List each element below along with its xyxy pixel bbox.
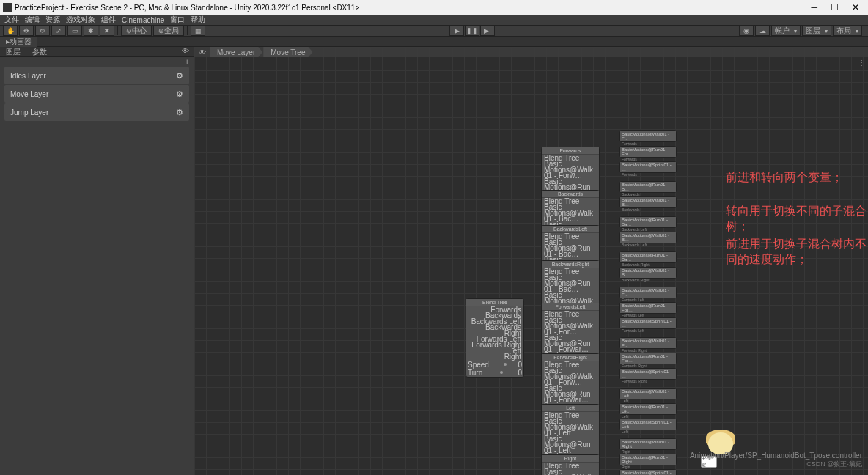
layer-idles[interactable]: Idles Layer⚙ [4,67,189,84]
window-title: PracticeProject - Exercise Scene 2 - PC,… [15,4,359,12]
minimize-button[interactable]: ─ [811,2,817,12]
node-motion-clip[interactable]: BasicMotions@Walk01 - RightRight [619,438,677,450]
node-motion-clip[interactable]: BasicMotions@Walk01 - B…Backwards [619,196,677,208]
auto-live-link-icon[interactable]: 👁 [196,48,209,56]
animator-canvas[interactable]: 👁 Move Layer Move Tree ⋮ Blend Tree Forw… [194,47,868,475]
node-blend-tree-root[interactable]: Blend Tree ForwardsBackwardsBackwards Le… [466,298,524,378]
node-motion-clip[interactable]: BasicMotions@Walk01 - F…Forwards Right [619,337,677,349]
transform-tool[interactable]: ✱ [84,26,98,36]
annotation-1: 前进和转向两个变量； [726,170,843,185]
panel-tabs: ▸ 动画器 [0,37,868,47]
node-motion-clip[interactable]: BasicMotions@Run01 - For…Forwards [619,146,677,158]
node-motion-clip[interactable]: BasicMotions@Run01 - Ba…Backwards Right [619,251,677,263]
node-motion-clip[interactable]: BasicMotions@Walk01 - F…Forwards [619,130,677,142]
node-motion-clip[interactable]: BasicMotions@Sprint01 - …Forwards [619,161,677,173]
close-button[interactable]: ✕ [852,2,859,12]
node-motion-clip[interactable]: BasicMotions@Run01 - Ba…Backwards Left [619,216,677,228]
collab-icon[interactable]: ◉ [739,26,754,36]
play-button[interactable]: ▶ [449,26,464,36]
layers-dropdown[interactable]: 图层 [802,26,831,36]
menu-gameobject[interactable]: 游戏对象 [66,15,95,25]
toolbar: ✋ ✥ ↻ ⤢ ▭ ✱ ✖ ⊙中心 ⊕全局 ▦ ▶ ❚❚ ▶| ◉ ☁ 帐户 图… [0,25,868,37]
menu-window[interactable]: 窗口 [170,15,185,25]
menu-edit[interactable]: 编辑 [25,15,40,25]
node-motion-clip[interactable]: BasicMotions@Walk01 - B…Backwards Right [619,267,677,279]
cloud-icon[interactable]: ☁ [755,26,770,36]
hand-tool[interactable]: ✋ [3,26,18,36]
gear-icon[interactable]: ⚙ [176,108,183,117]
titlebar: PracticeProject - Exercise Scene 2 - PC,… [0,0,868,15]
eye-icon[interactable]: 👁 [182,47,194,56]
menu-help[interactable]: 帮助 [191,15,205,25]
menubar: 文件 编辑 资源 游戏对象 组件 Cinemachine 窗口 帮助 [0,15,868,25]
snap-toggle[interactable]: ▦ [191,26,205,36]
gear-icon[interactable]: ⚙ [176,89,183,99]
menu-file[interactable]: 文件 [4,15,19,25]
gear-icon[interactable]: ⚙ [176,71,183,81]
tab-animator[interactable]: ▸ 动画器 [0,37,37,47]
layout-dropdown[interactable]: 布局 [833,26,862,36]
node-motion-clip[interactable]: BasicMotions@Sprint01 - …Forwards Left [619,317,677,329]
layer-move[interactable]: Move Layer⚙ [4,85,189,103]
node-motion-clip[interactable]: BasicMotions@Run01 - Le…Left [619,403,677,415]
node-motion-clip[interactable]: BasicMotions@Run01 - RightRight [619,454,677,465]
step-button[interactable]: ▶| [480,26,495,36]
space-toggle[interactable]: ⊕全局 [153,26,184,36]
footer: Animation/Player/SP_HumanoidBot_Tpose.co… [690,452,862,469]
node-sub-blend-tree[interactable]: RightBlend TreeBasic Motions@Walk 01 - R… [541,454,600,475]
annotation-3: 前进用于切换子混合树内不同的速度动作； [726,237,868,268]
breadcrumb: 👁 Move Layer Move Tree [194,47,868,57]
node-motion-clip[interactable]: BasicMotions@Run01 - For…Forwards Left [619,302,677,314]
node-motion-clip[interactable]: BasicMotions@Sprint01 - …Forwards Right [619,368,677,380]
tab-parameters[interactable]: 参数 [26,47,53,56]
node-motion-clip[interactable]: BasicMotions@Sprint01 - …Right [619,469,677,475]
tab-layers[interactable]: 图层 [0,47,26,56]
account-dropdown[interactable]: 帐户 [771,26,801,36]
pivot-toggle[interactable]: ⊙中心 [121,26,152,36]
node-motion-clip[interactable]: BasicMotions@Run01 - B…Backwards [619,181,677,193]
annotation-2: 转向用于切换不同的子混合树； [726,204,868,235]
node-motion-clip[interactable]: BasicMotions@Run01 - For…Forwards Right [619,353,677,364]
custom-tool[interactable]: ✖ [100,26,114,36]
rotate-tool[interactable]: ↻ [35,26,50,36]
sidebar: 图层 参数 👁 + Idles Layer⚙ Move Layer⚙ Jump … [0,47,194,475]
asset-path: Animation/Player/SP_HumanoidBot_Tpose.co… [690,452,862,460]
menu-cinemachine[interactable]: Cinemachine [122,16,164,24]
credit: CSDN @狼王·黛妃 [690,460,862,469]
canvas-menu-icon[interactable]: ⋮ [858,59,865,67]
maximize-button[interactable]: ☐ [831,2,839,12]
rect-tool[interactable]: ▭ [67,26,82,36]
menu-component[interactable]: 组件 [101,15,116,25]
pause-button[interactable]: ❚❚ [465,26,479,36]
menu-assets[interactable]: 资源 [45,15,60,25]
node-motion-clip[interactable]: BasicMotions@Walk01 - F…Forwards Left [619,287,677,298]
unity-icon [3,3,12,12]
crumb-tree[interactable]: Move Tree [263,47,312,57]
add-layer-button[interactable]: + [185,58,189,66]
node-motion-clip[interactable]: BasicMotions@Walk01 - B…Backwards Left [619,232,677,243]
move-tool[interactable]: ✥ [19,26,34,36]
node-motion-clip[interactable]: BasicMotions@Sprint01 - LeftLeft [619,419,677,430]
crumb-layer[interactable]: Move Layer [210,47,262,57]
layer-jump[interactable]: Jump Layer⚙ [4,103,189,121]
scale-tool[interactable]: ⤢ [51,26,66,36]
node-motion-clip[interactable]: BasicMotions@Walk01 - LeftLeft [619,388,677,399]
